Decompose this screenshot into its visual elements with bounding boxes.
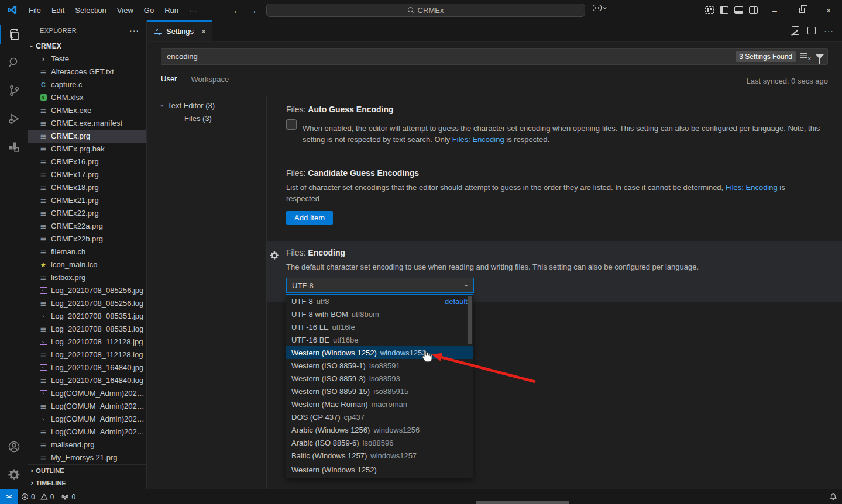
settings-link[interactable]: Files: Encoding (726, 183, 778, 192)
more-actions-icon[interactable]: ··· (129, 26, 139, 35)
tree-file[interactable]: CRMEx16.prg (28, 156, 146, 168)
dropdown-scrollbar[interactable] (468, 296, 472, 344)
tree-file[interactable]: CRMEx18.prg (28, 181, 146, 194)
tree-file[interactable]: CRMEx22b.prg (28, 233, 146, 246)
source-control-icon[interactable] (0, 77, 28, 105)
tree-file[interactable]: Log_20210708_112128.log (28, 348, 146, 361)
close-button[interactable]: × (815, 0, 842, 20)
encoding-option[interactable]: Western (ISO 8859-15)iso885915 (286, 385, 473, 398)
settings-toc: › Text Editor (3) Files (3) (147, 96, 266, 489)
tree-root-crmex[interactable]: › CRMEX (28, 40, 146, 53)
encoding-option[interactable]: UTF-8 with BOMutf8bom (286, 308, 473, 320)
more-actions-icon[interactable]: ··· (824, 26, 834, 36)
menu-run[interactable]: Run (159, 0, 184, 20)
settings-gear-icon[interactable] (0, 461, 28, 489)
encoding-option[interactable]: UTF-16 BEutf16be (286, 333, 473, 346)
menu-view[interactable]: View (112, 0, 139, 20)
tree-file[interactable]: CRMEx22a.prg (28, 220, 146, 233)
extensions-icon[interactable] (0, 133, 28, 161)
add-item-button[interactable]: Add Item (286, 211, 333, 225)
problems-status[interactable]: 0 0 (18, 489, 57, 504)
remote-indicator[interactable]: >< (0, 489, 18, 504)
encoding-option[interactable]: DOS (CP 437)cp437 (286, 410, 473, 423)
close-tab-icon[interactable]: × (201, 27, 206, 36)
file-file-icon (39, 144, 48, 154)
tree-file[interactable]: Log_20210708_085351.jpg (28, 310, 146, 323)
tree-file[interactable]: Log_20210708_164840.jpg (28, 361, 146, 374)
tree-file[interactable]: Log_20210708_164840.log (28, 374, 146, 387)
explorer-icon[interactable] (0, 20, 28, 49)
run-debug-icon[interactable] (0, 105, 28, 133)
tree-file[interactable]: CRMEx21.prg (28, 194, 146, 207)
toc-text-editor[interactable]: › Text Editor (3) (161, 99, 266, 112)
tree-file[interactable]: fileman.ch (28, 246, 146, 258)
tree-file[interactable]: CRM.xlsx (28, 91, 146, 104)
encoding-option[interactable]: Arabic (ISO 8859-6)iso88596 (286, 436, 473, 449)
menu-edit[interactable]: Edit (46, 0, 70, 20)
setting-gear-icon[interactable] (270, 251, 279, 260)
split-editor-icon[interactable] (807, 27, 816, 34)
encoding-option[interactable]: Western (ISO 8859-3)iso88593 (286, 372, 473, 385)
account-icon[interactable] (0, 433, 28, 461)
toggle-panel-icon[interactable] (734, 6, 743, 14)
tree-file[interactable]: Alteracoes GET.txt (28, 65, 146, 78)
ports-status[interactable]: 0 (57, 489, 79, 504)
tree-file[interactable]: Log(COMUM_Admin)20210... (28, 413, 146, 426)
command-center-search[interactable]: CRMEx (266, 4, 585, 17)
clear-settings-search-icon[interactable] (800, 53, 810, 60)
minimize-button[interactable]: – (761, 0, 788, 20)
tree-file[interactable]: listbox.prg (28, 271, 146, 284)
tree-file[interactable]: My_Errorsys 21.prg (28, 451, 146, 464)
settings-link[interactable]: Files: Encoding (452, 135, 504, 144)
menu-go[interactable]: Go (139, 0, 159, 20)
sidebar-section-outline[interactable]: › OUTLINE (28, 464, 146, 477)
tab-workspace[interactable]: Workspace (191, 75, 229, 87)
tree-file[interactable]: icon_main.ico (28, 258, 146, 271)
tab-settings[interactable]: Settings × (147, 20, 212, 41)
tree-file[interactable]: Log_20210708_085256.log (28, 297, 146, 310)
toggle-secondary-sidebar-icon[interactable] (749, 6, 758, 14)
tab-user[interactable]: User (161, 74, 177, 87)
tree-file[interactable]: Log_20210708_112128.jpg (28, 336, 146, 348)
tree-file[interactable]: mailsend.prg (28, 439, 146, 451)
open-settings-json-icon[interactable] (792, 26, 799, 35)
tree-file[interactable]: CRMEx.prg.bak (28, 143, 146, 156)
tree-file[interactable]: Log_20210708_085351.log (28, 323, 146, 336)
encoding-select[interactable]: UTF-8 › (286, 278, 474, 293)
copilot-menu[interactable]: › (593, 4, 607, 12)
notifications-button[interactable] (829, 493, 842, 501)
tree-file[interactable]: capture.c (28, 78, 146, 91)
forward-arrow-icon[interactable]: → (245, 0, 260, 20)
tree-file[interactable]: CRMEx.exe.manifest (28, 117, 146, 130)
horizontal-scrollbar[interactable] (476, 501, 569, 504)
tree-file[interactable]: Log(COMUM_Admin)20210... (28, 387, 146, 400)
tree-file[interactable]: CRMEx.prg (28, 130, 146, 143)
encoding-option[interactable]: Western (ISO 8859-1)iso88591 (286, 359, 473, 372)
encoding-option[interactable]: UTF-8utf8default (286, 295, 473, 308)
auto-guess-encoding-checkbox[interactable] (286, 119, 297, 130)
tree-folder[interactable]: Teste (28, 53, 146, 65)
menu-[interactable]: ··· (184, 0, 202, 20)
toggle-primary-sidebar-icon[interactable] (720, 6, 728, 14)
customize-layout-icon[interactable] (705, 6, 714, 14)
back-arrow-icon[interactable]: ← (229, 0, 245, 20)
menu-selection[interactable]: Selection (70, 0, 111, 20)
sidebar-section-timeline[interactable]: › TIMELINE (28, 477, 146, 489)
menu-file[interactable]: File (23, 0, 46, 20)
search-icon[interactable] (0, 49, 28, 77)
filter-icon[interactable] (816, 54, 824, 59)
tree-file[interactable]: CRMEx.exe (28, 104, 146, 117)
encoding-option[interactable]: Western (Mac Roman)macroman (286, 398, 473, 410)
tree-file[interactable]: CRMEx22.prg (28, 207, 146, 220)
tree-file[interactable]: CRMEx17.prg (28, 168, 146, 181)
settings-search-input[interactable]: encoding 3 Settings Found (161, 48, 828, 65)
tree-file[interactable]: Log(COMUM_Admin)20210... (28, 426, 146, 439)
tree-file[interactable]: Log(COMUM_Admin)20210... (28, 400, 146, 413)
encoding-option[interactable]: Baltic (Windows 1257)windows1257 (286, 449, 473, 462)
encoding-option[interactable]: Arabic (Windows 1256)windows1256 (286, 423, 473, 436)
toc-files[interactable]: Files (3) (161, 112, 266, 125)
encoding-option[interactable]: Western (Windows 1252)windows1252 (286, 346, 473, 359)
restore-button[interactable] (788, 0, 815, 20)
tree-file[interactable]: Log_20210708_085256.jpg (28, 284, 146, 297)
encoding-option[interactable]: UTF-16 LEutf16le (286, 320, 473, 333)
